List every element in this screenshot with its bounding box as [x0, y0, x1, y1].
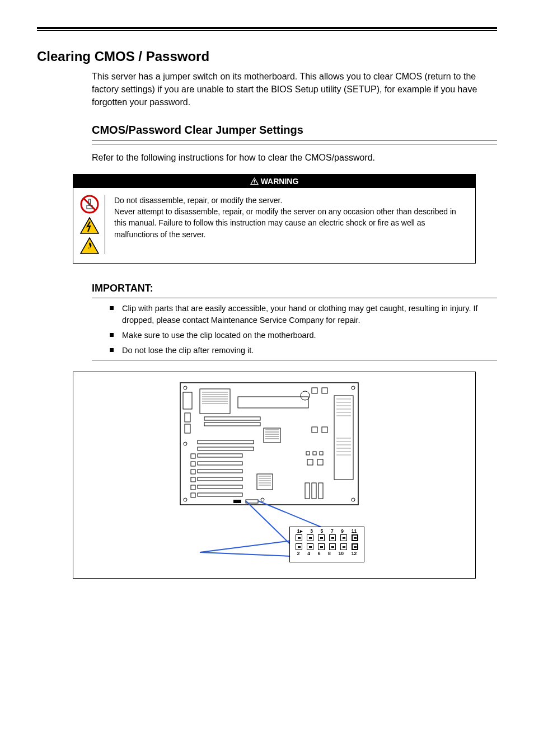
sub-heading: CMOS/Password Clear Jumper Settings — [37, 124, 497, 137]
svg-rect-71 — [322, 388, 327, 393]
pin — [329, 543, 336, 550]
top-rule-thin — [37, 30, 497, 31]
svg-rect-18 — [185, 413, 190, 422]
svg-rect-79 — [305, 483, 310, 499]
warning-text: Do not disassemble, repair, or modify th… — [114, 195, 465, 254]
svg-point-28 — [301, 391, 310, 400]
pin-label: 1▸ — [297, 529, 303, 534]
pin-highlighted — [352, 543, 358, 550]
svg-rect-2 — [254, 180, 255, 182]
warning-body: Do not disassemble, repair, or modify th… — [73, 188, 475, 263]
svg-rect-43 — [191, 469, 195, 474]
svg-rect-57 — [334, 396, 353, 480]
svg-rect-70 — [312, 388, 317, 393]
sub-under: Refer to the following instructions for … — [37, 151, 497, 164]
svg-rect-47 — [191, 485, 195, 490]
svg-rect-27 — [238, 397, 308, 408]
svg-rect-78 — [317, 459, 323, 465]
pin-label: 8 — [328, 551, 331, 556]
svg-rect-75 — [313, 452, 316, 455]
svg-rect-81 — [318, 483, 323, 499]
pin-label: 7 — [331, 529, 334, 534]
svg-line-5 — [84, 199, 95, 210]
pin-label: 5 — [321, 529, 324, 534]
page-root: Clearing CMOS / Password This server has… — [0, 0, 534, 601]
pin — [340, 534, 347, 541]
pin-row-bottom — [290, 542, 364, 551]
jumper-pin-zoom: 1▸ 3 5 7 9 11 — [289, 527, 364, 562]
exclamation-triangle-icon — [250, 177, 259, 185]
svg-rect-49 — [191, 493, 195, 497]
pin-label: 3 — [310, 529, 313, 534]
svg-point-14 — [352, 498, 355, 501]
do-not-disassemble-icon — [80, 195, 99, 214]
svg-rect-46 — [198, 477, 242, 481]
pin-label: 11 — [352, 529, 357, 534]
bullet-item: Make sure to use the clip located on the… — [110, 330, 497, 341]
pin-label: 10 — [339, 551, 344, 556]
pin — [318, 543, 325, 550]
svg-rect-73 — [322, 427, 327, 433]
svg-rect-41 — [191, 462, 195, 466]
pin-highlighted — [352, 534, 358, 541]
motherboard-figure: 1▸ 3 5 7 9 11 — [73, 372, 476, 579]
pin-label: 9 — [341, 529, 344, 534]
section-heading: Clearing CMOS / Password — [37, 49, 497, 64]
electric-hazard-icon — [80, 217, 99, 234]
top-rule-thick — [37, 27, 497, 29]
pin-labels-top: 1▸ 3 5 7 9 11 — [290, 527, 364, 534]
pin — [329, 534, 336, 541]
svg-rect-31 — [264, 428, 280, 443]
svg-point-16 — [261, 498, 264, 501]
pin-label: 2 — [297, 551, 300, 556]
svg-rect-30 — [204, 422, 260, 426]
fire-hazard-icon — [80, 237, 99, 254]
svg-rect-74 — [306, 452, 310, 455]
pin-row-top — [290, 533, 364, 542]
svg-rect-40 — [198, 454, 242, 457]
svg-point-12 — [352, 386, 355, 389]
svg-rect-80 — [312, 483, 316, 499]
pin-label: 6 — [318, 551, 321, 556]
pin — [307, 543, 313, 550]
pin — [340, 543, 347, 550]
important-list: Clip with parts that are easily accessib… — [37, 303, 497, 356]
svg-marker-8 — [81, 218, 99, 233]
important-heading: IMPORTANT: — [37, 283, 497, 294]
svg-rect-17 — [183, 392, 192, 409]
pin — [296, 543, 302, 550]
svg-rect-77 — [307, 459, 313, 465]
svg-rect-29 — [204, 417, 260, 420]
pin-labels-bottom: 2 4 6 8 10 12 — [290, 551, 364, 558]
svg-rect-3 — [254, 182, 255, 184]
svg-rect-44 — [198, 469, 242, 473]
bullet-item: Do not lose the clip after removing it. — [110, 345, 497, 356]
pin — [296, 534, 302, 541]
svg-point-15 — [184, 442, 187, 445]
warning-header: WARNING — [73, 175, 475, 188]
intro-text: This server has a jumper switch on its m… — [37, 70, 497, 109]
motherboard-diagram-icon — [180, 382, 359, 516]
pin-label: 12 — [352, 551, 357, 556]
svg-rect-50 — [198, 493, 242, 496]
svg-marker-9 — [81, 238, 99, 253]
svg-rect-42 — [198, 462, 242, 465]
svg-point-11 — [184, 386, 187, 389]
svg-rect-45 — [191, 477, 195, 482]
warning-label: WARNING — [261, 177, 299, 186]
warning-callout: WARNING Do not di — [73, 174, 476, 264]
pin-label: 4 — [307, 551, 310, 556]
svg-point-13 — [184, 498, 187, 501]
svg-rect-38 — [198, 447, 254, 450]
pin — [307, 534, 313, 541]
sub-rule-2 — [92, 144, 497, 144]
svg-rect-82 — [246, 500, 258, 503]
svg-rect-48 — [198, 485, 242, 489]
important-rule-1 — [92, 298, 497, 298]
svg-rect-72 — [312, 427, 317, 433]
svg-rect-19 — [185, 424, 190, 433]
svg-rect-76 — [320, 452, 323, 455]
pin — [318, 534, 325, 541]
svg-rect-39 — [191, 454, 195, 458]
svg-rect-83 — [233, 500, 241, 503]
